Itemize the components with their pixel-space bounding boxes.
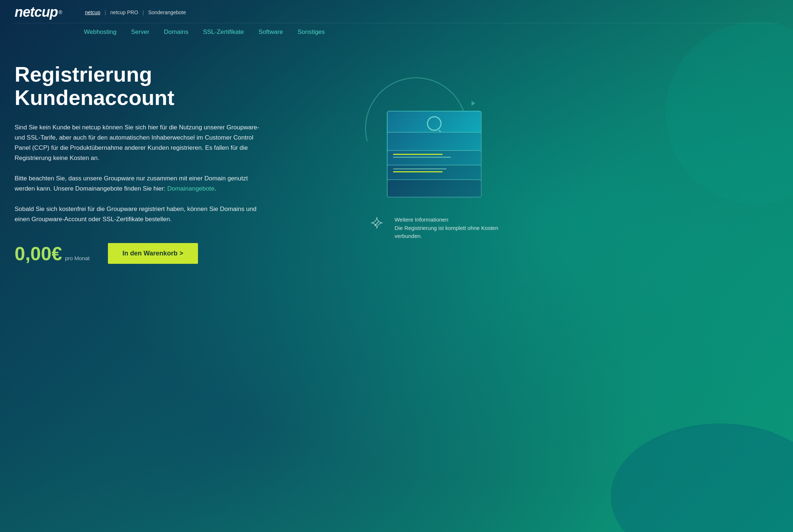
hero-section: Registrierung Kundenaccount Sind Sie kei…	[0, 41, 793, 532]
line-3	[393, 157, 451, 158]
nav-domains[interactable]: Domains	[164, 28, 188, 36]
nav-top-sonderangebote[interactable]: Sonderangebote	[144, 8, 190, 17]
price-section: 0,00€ pro Monat In den Warenkorb >	[15, 243, 263, 265]
search-icon	[427, 116, 442, 131]
stack-illustration	[372, 88, 496, 197]
nav-top-links: netcup | netcup PRO | Sonderangebote	[81, 8, 190, 17]
checkmark-icon: ✓	[373, 219, 380, 229]
domain-link[interactable]: Domainangebote	[167, 185, 214, 192]
nav-webhosting[interactable]: Webhosting	[84, 28, 116, 36]
nav-server[interactable]: Server	[131, 28, 149, 36]
price-period: pro Monat	[65, 255, 90, 261]
title-line2: Kundenaccount	[15, 86, 174, 109]
hero-paragraph-1: Sind Sie kein Kunde bei netcup können Si…	[15, 122, 263, 163]
hero-paragraph-2: Bitte beachten Sie, dass unsere Groupwar…	[15, 173, 263, 194]
hero-paragraph-3: Sobald Sie sich kostenfrei für die Group…	[15, 204, 263, 224]
logo-text: netcup	[15, 4, 58, 20]
nav-software[interactable]: Software	[258, 28, 283, 36]
logo-registered: ®	[59, 9, 62, 15]
layer-lines-4	[464, 138, 475, 148]
stack-layer-base	[387, 179, 482, 197]
line-yellow-2	[393, 171, 443, 172]
nav-ssl[interactable]: SSL-Zertifikate	[203, 28, 244, 36]
page-wrapper: netcup ® netcup | netcup PRO | Sonderang…	[0, 0, 793, 532]
navbar: netcup ® netcup | netcup PRO | Sonderang…	[0, 0, 793, 41]
price-amount: 0,00€	[15, 243, 62, 265]
illustration	[358, 70, 511, 208]
page-title: Registrierung Kundenaccount	[15, 63, 263, 109]
price-block: 0,00€ pro Monat	[15, 243, 90, 265]
nav-main-bar: Webhosting Server Domains SSL-Zertifikat…	[84, 23, 778, 41]
info-text-block: Weitere Informationen Die Registrierung …	[394, 216, 498, 240]
info-line-2: Die Registrierung ist komplett ohne Kost…	[394, 224, 498, 232]
line-4	[393, 168, 447, 169]
hero-note-suffix: .	[214, 185, 216, 192]
nav-sonstiges[interactable]: Sonstiges	[298, 28, 325, 36]
title-line1: Registrierung	[15, 62, 152, 86]
nav-top-netcup[interactable]: netcup	[81, 8, 105, 17]
star-check-icon: ✦ ✓	[370, 216, 389, 234]
add-to-cart-button[interactable]: In den Warenkorb >	[108, 243, 198, 264]
nav-top-pro[interactable]: netcup PRO	[106, 8, 143, 17]
layer-lines-2	[388, 165, 481, 175]
logo[interactable]: netcup ®	[15, 4, 62, 20]
line-yellow	[393, 154, 443, 155]
info-line-1: Weitere Informationen	[394, 216, 498, 224]
info-badge: ✦ ✓ Weitere Informationen Die Registrier…	[363, 216, 505, 240]
hero-visual: ✦ ✓ Weitere Informationen Die Registrier…	[263, 63, 606, 240]
nav-top-bar: netcup ® netcup | netcup PRO | Sonderang…	[15, 0, 778, 23]
layer-lines-3	[388, 151, 481, 161]
info-line-3: verbunden.	[394, 232, 498, 240]
hero-content: Registrierung Kundenaccount Sind Sie kei…	[15, 63, 263, 265]
